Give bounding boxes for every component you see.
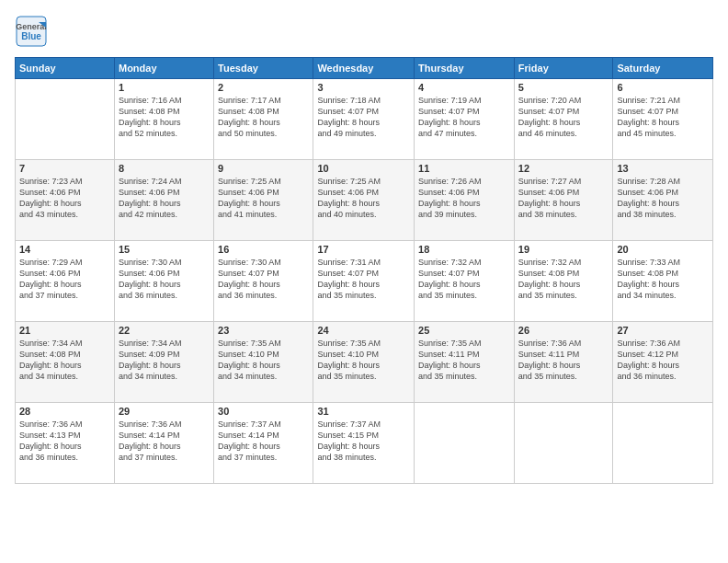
day-info: Sunrise: 7:32 AMSunset: 4:08 PMDaylight:…	[518, 257, 609, 302]
table-row: 9Sunrise: 7:25 AMSunset: 4:06 PMDaylight…	[214, 160, 313, 241]
col-wednesday: Wednesday	[313, 58, 415, 79]
table-row: 31Sunrise: 7:37 AMSunset: 4:15 PMDayligh…	[313, 403, 415, 484]
table-row	[415, 403, 515, 484]
table-row: 15Sunrise: 7:30 AMSunset: 4:06 PMDayligh…	[114, 241, 213, 322]
day-number: 2	[218, 82, 309, 93]
day-number: 6	[617, 82, 709, 93]
calendar-week-row: 14Sunrise: 7:29 AMSunset: 4:06 PMDayligh…	[16, 241, 713, 322]
table-row	[613, 403, 713, 484]
col-sunday: Sunday	[16, 58, 115, 79]
day-number: 22	[119, 325, 210, 336]
table-row: 22Sunrise: 7:34 AMSunset: 4:09 PMDayligh…	[114, 322, 213, 403]
day-info: Sunrise: 7:27 AMSunset: 4:06 PMDaylight:…	[518, 176, 609, 221]
day-number: 7	[19, 163, 110, 174]
table-row: 19Sunrise: 7:32 AMSunset: 4:08 PMDayligh…	[514, 241, 613, 322]
day-number: 31	[317, 406, 410, 417]
day-number: 29	[119, 406, 210, 417]
day-number: 24	[317, 325, 410, 336]
header: General Blue	[15, 15, 713, 48]
day-info: Sunrise: 7:16 AMSunset: 4:08 PMDaylight:…	[119, 95, 210, 140]
day-number: 21	[19, 325, 110, 336]
day-number: 19	[518, 244, 609, 255]
table-row: 3Sunrise: 7:18 AMSunset: 4:07 PMDaylight…	[313, 79, 415, 160]
day-info: Sunrise: 7:28 AMSunset: 4:06 PMDaylight:…	[617, 176, 709, 221]
table-row: 14Sunrise: 7:29 AMSunset: 4:06 PMDayligh…	[16, 241, 115, 322]
day-number: 4	[418, 82, 510, 93]
day-number: 9	[218, 163, 309, 174]
day-info: Sunrise: 7:35 AMSunset: 4:11 PMDaylight:…	[418, 338, 510, 383]
table-row: 10Sunrise: 7:25 AMSunset: 4:06 PMDayligh…	[313, 160, 415, 241]
table-row: 29Sunrise: 7:36 AMSunset: 4:14 PMDayligh…	[114, 403, 213, 484]
calendar-week-row: 21Sunrise: 7:34 AMSunset: 4:08 PMDayligh…	[16, 322, 713, 403]
table-row: 20Sunrise: 7:33 AMSunset: 4:08 PMDayligh…	[613, 241, 713, 322]
table-row	[16, 79, 115, 160]
day-info: Sunrise: 7:30 AMSunset: 4:06 PMDaylight:…	[119, 257, 210, 302]
col-tuesday: Tuesday	[214, 58, 313, 79]
calendar-week-row: 7Sunrise: 7:23 AMSunset: 4:06 PMDaylight…	[16, 160, 713, 241]
day-info: Sunrise: 7:17 AMSunset: 4:08 PMDaylight:…	[218, 95, 309, 140]
table-row: 23Sunrise: 7:35 AMSunset: 4:10 PMDayligh…	[214, 322, 313, 403]
table-row: 4Sunrise: 7:19 AMSunset: 4:07 PMDaylight…	[415, 79, 515, 160]
day-info: Sunrise: 7:36 AMSunset: 4:12 PMDaylight:…	[617, 338, 709, 383]
table-row: 18Sunrise: 7:32 AMSunset: 4:07 PMDayligh…	[415, 241, 515, 322]
day-number: 17	[317, 244, 410, 255]
day-number: 1	[119, 82, 210, 93]
table-row: 27Sunrise: 7:36 AMSunset: 4:12 PMDayligh…	[613, 322, 713, 403]
table-row: 2Sunrise: 7:17 AMSunset: 4:08 PMDaylight…	[214, 79, 313, 160]
day-number: 26	[518, 325, 609, 336]
day-number: 3	[317, 82, 410, 93]
table-row: 1Sunrise: 7:16 AMSunset: 4:08 PMDaylight…	[114, 79, 213, 160]
day-info: Sunrise: 7:30 AMSunset: 4:07 PMDaylight:…	[218, 257, 309, 302]
table-row: 6Sunrise: 7:21 AMSunset: 4:07 PMDaylight…	[613, 79, 713, 160]
day-number: 25	[418, 325, 510, 336]
table-row: 16Sunrise: 7:30 AMSunset: 4:07 PMDayligh…	[214, 241, 313, 322]
day-info: Sunrise: 7:36 AMSunset: 4:13 PMDaylight:…	[19, 419, 110, 464]
day-info: Sunrise: 7:37 AMSunset: 4:14 PMDaylight:…	[218, 419, 309, 464]
day-info: Sunrise: 7:33 AMSunset: 4:08 PMDaylight:…	[617, 257, 709, 302]
table-row: 25Sunrise: 7:35 AMSunset: 4:11 PMDayligh…	[415, 322, 515, 403]
calendar-table: Sunday Monday Tuesday Wednesday Thursday…	[15, 57, 713, 484]
day-number: 11	[418, 163, 510, 174]
day-info: Sunrise: 7:32 AMSunset: 4:07 PMDaylight:…	[418, 257, 510, 302]
calendar-week-row: 1Sunrise: 7:16 AMSunset: 4:08 PMDaylight…	[16, 79, 713, 160]
calendar-week-row: 28Sunrise: 7:36 AMSunset: 4:13 PMDayligh…	[16, 403, 713, 484]
day-info: Sunrise: 7:35 AMSunset: 4:10 PMDaylight:…	[218, 338, 309, 383]
day-info: Sunrise: 7:29 AMSunset: 4:06 PMDaylight:…	[19, 257, 110, 302]
day-number: 28	[19, 406, 110, 417]
col-monday: Monday	[114, 58, 213, 79]
logo-icon: General Blue	[15, 15, 48, 48]
svg-text:Blue: Blue	[21, 31, 41, 41]
page: General Blue Sunday Monday Tuesday Wedne…	[0, 0, 728, 563]
day-info: Sunrise: 7:34 AMSunset: 4:09 PMDaylight:…	[119, 338, 210, 383]
col-friday: Friday	[514, 58, 613, 79]
calendar-header-row: Sunday Monday Tuesday Wednesday Thursday…	[16, 58, 713, 79]
day-number: 12	[518, 163, 609, 174]
day-number: 27	[617, 325, 709, 336]
day-number: 18	[418, 244, 510, 255]
table-row: 12Sunrise: 7:27 AMSunset: 4:06 PMDayligh…	[514, 160, 613, 241]
table-row: 24Sunrise: 7:35 AMSunset: 4:10 PMDayligh…	[313, 322, 415, 403]
day-number: 10	[317, 163, 410, 174]
day-number: 14	[19, 244, 110, 255]
day-info: Sunrise: 7:20 AMSunset: 4:07 PMDaylight:…	[518, 95, 609, 140]
day-number: 23	[218, 325, 309, 336]
table-row: 8Sunrise: 7:24 AMSunset: 4:06 PMDaylight…	[114, 160, 213, 241]
table-row: 21Sunrise: 7:34 AMSunset: 4:08 PMDayligh…	[16, 322, 115, 403]
col-saturday: Saturday	[613, 58, 713, 79]
table-row: 7Sunrise: 7:23 AMSunset: 4:06 PMDaylight…	[16, 160, 115, 241]
col-thursday: Thursday	[415, 58, 515, 79]
day-number: 20	[617, 244, 709, 255]
day-info: Sunrise: 7:35 AMSunset: 4:10 PMDaylight:…	[317, 338, 410, 383]
day-number: 30	[218, 406, 309, 417]
table-row: 13Sunrise: 7:28 AMSunset: 4:06 PMDayligh…	[613, 160, 713, 241]
table-row: 17Sunrise: 7:31 AMSunset: 4:07 PMDayligh…	[313, 241, 415, 322]
table-row: 30Sunrise: 7:37 AMSunset: 4:14 PMDayligh…	[214, 403, 313, 484]
day-info: Sunrise: 7:31 AMSunset: 4:07 PMDaylight:…	[317, 257, 410, 302]
day-info: Sunrise: 7:37 AMSunset: 4:15 PMDaylight:…	[317, 419, 410, 464]
day-info: Sunrise: 7:21 AMSunset: 4:07 PMDaylight:…	[617, 95, 709, 140]
logo: General Blue	[15, 15, 48, 48]
day-info: Sunrise: 7:34 AMSunset: 4:08 PMDaylight:…	[19, 338, 110, 383]
day-info: Sunrise: 7:18 AMSunset: 4:07 PMDaylight:…	[317, 95, 410, 140]
table-row	[514, 403, 613, 484]
table-row: 26Sunrise: 7:36 AMSunset: 4:11 PMDayligh…	[514, 322, 613, 403]
